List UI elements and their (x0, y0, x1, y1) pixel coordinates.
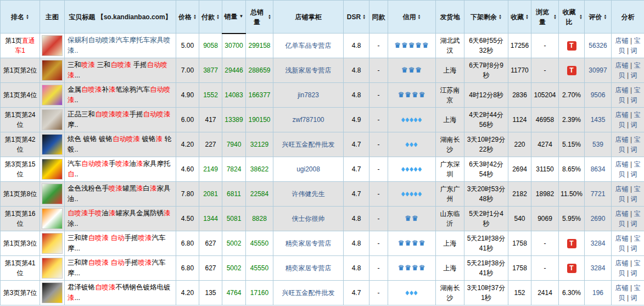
analysis-link-0[interactable]: 店铺 (615, 62, 629, 69)
sort-desc-icon[interactable]: ▼ (239, 14, 244, 19)
reviews-count-link[interactable]: 9506 (591, 91, 606, 99)
product-thumbnail[interactable] (42, 134, 63, 155)
analysis-link-2[interactable]: 词 (630, 294, 637, 302)
crown-icon: ♛ (408, 66, 416, 74)
column-header-0[interactable]: 排名▲▼ (1, 1, 40, 34)
shop-name-link[interactable]: jin7823 (298, 91, 319, 99)
sort-both-icon[interactable]: ▲▼ (26, 14, 29, 20)
product-title-link[interactable]: 三和牌自喷漆 自动手摇喷漆汽车摩... (68, 234, 165, 252)
product-title-link[interactable]: 三和喷漆 三和自喷漆 手摇自动喷漆... (68, 61, 167, 79)
reviews-count-link[interactable]: 539 (592, 141, 603, 148)
reviews-count-link[interactable]: 196 (592, 289, 603, 297)
reviews-count-link[interactable]: 30997 (589, 66, 607, 74)
column-header-5[interactable]: 销量▼ (222, 1, 246, 34)
analysis-link-0[interactable]: 店铺 (615, 185, 629, 193)
reviews-count-link[interactable]: 56326 (589, 42, 607, 49)
product-title-link[interactable]: 金属自喷漆补漆笔涂鸦汽车自动喷漆.. (68, 86, 171, 104)
product-title-link[interactable]: 金色浅粉色手喷漆罐黑漆白漆家具油.. (68, 185, 171, 203)
text-segment: 涂.. (68, 220, 78, 227)
thumbnail-cell (40, 182, 65, 207)
product-thumbnail[interactable] (42, 208, 63, 229)
column-header-16[interactable]: 评价▲▼ (585, 1, 612, 34)
product-thumbnail[interactable] (42, 35, 63, 56)
analysis-link-0[interactable]: 店铺 (615, 259, 629, 267)
shop-name-link[interactable]: 兴旺五金配件批发 (282, 289, 335, 297)
analysis-link-2[interactable]: 词 (630, 269, 637, 277)
link-separator: | (629, 235, 634, 242)
link-separator: | (625, 71, 631, 79)
shop-name-link[interactable]: zwf787100 (292, 116, 324, 124)
product-thumbnail[interactable] (42, 109, 63, 130)
shop-name-link[interactable]: 亿单车品专营店 (285, 42, 332, 49)
reviews-count-link[interactable]: 2690 (591, 215, 606, 222)
column-header-6[interactable]: 总销量▲▼ (246, 1, 273, 34)
column-header-3[interactable]: 价格▲▼ (176, 1, 199, 34)
analysis-link-0[interactable]: 店铺 (615, 37, 629, 44)
product-title-link[interactable]: 炫色 镀铬 镀铬自动喷漆 镀铬漆 轮毂.. (68, 135, 171, 153)
shop-name-link[interactable]: 许伟健先生 (292, 190, 325, 198)
favorite-ratio-cell: 2.39% (559, 108, 585, 132)
reviews-count-link[interactable]: 3284 (591, 240, 606, 247)
product-thumbnail[interactable] (42, 282, 63, 303)
column-header-4[interactable]: 付款▲▼ (199, 1, 222, 34)
column-header-8[interactable]: DSR▲▼ (344, 1, 369, 34)
product-title-link[interactable]: 君泽镀铬自喷漆不锈钢色镀烙电镀漆... (68, 283, 171, 302)
column-header-15[interactable]: 收藏比▲▼ (559, 1, 585, 34)
reviews-count-link[interactable]: 3284 (591, 264, 606, 272)
product-title-link[interactable]: 自喷漆手喷油漆罐家具金属防锈漆涂.. (68, 209, 171, 227)
analysis-link-0[interactable]: 店铺 (615, 210, 629, 218)
column-header-14[interactable]: 浏览量▲▼ (531, 1, 559, 34)
analysis-link-0[interactable]: 店铺 (615, 235, 629, 242)
analysis-link-0[interactable]: 店铺 (615, 160, 629, 168)
crown-icon: ♛ (415, 66, 422, 74)
sort-both-icon[interactable]: ▲▼ (579, 14, 583, 20)
table-row: 第1页第2位三和喷漆 三和自喷漆 手摇自动喷漆...7.003877294462… (1, 58, 644, 83)
sort-both-icon[interactable]: ▲▼ (553, 14, 557, 20)
sort-both-icon[interactable]: ▲▼ (499, 14, 502, 20)
sort-both-icon[interactable]: ▲▼ (604, 14, 607, 20)
analysis-link-2[interactable]: 词 (630, 71, 637, 79)
column-header-12[interactable]: 下架剩余▲▼ (464, 1, 508, 34)
analysis-link-0[interactable]: 店铺 (615, 284, 629, 292)
reviews-count-link[interactable]: 8634 (591, 165, 606, 173)
column-header-9: 同款 (369, 1, 388, 34)
reviews-count-link[interactable]: 7721 (591, 190, 606, 198)
reviews-count-link[interactable]: 1435 (591, 116, 606, 124)
analysis-link-2[interactable]: 词 (630, 170, 637, 178)
sort-both-icon[interactable]: ▲▼ (362, 14, 366, 20)
shop-name-link[interactable]: 侠士你很帅 (292, 215, 325, 222)
sort-both-icon[interactable]: ▲▼ (216, 14, 220, 20)
column-header-10[interactable]: 信用▲▼ (388, 1, 436, 34)
product-title-link[interactable]: 汽车自动喷漆手喷漆油漆家具摩托自.. (68, 160, 171, 178)
product-title-link[interactable]: 三和牌自喷漆 自动手摇喷漆汽车摩... (68, 259, 165, 277)
shop-name-link[interactable]: 兴旺五金配件批发 (282, 141, 335, 148)
shop-name-link[interactable]: 精奕家居专营店 (285, 240, 332, 247)
analysis-link-2[interactable]: 词 (630, 121, 637, 129)
analysis-link-2[interactable]: 词 (630, 47, 637, 54)
sort-both-icon[interactable]: ▲▼ (193, 14, 197, 20)
product-title-link[interactable]: 保赐利自动喷漆汽车摩托车家具喷漆.. (68, 36, 171, 54)
shop-name-link[interactable]: ugi2008 (296, 165, 320, 173)
product-thumbnail[interactable] (42, 258, 63, 279)
sort-both-icon[interactable]: ▲▼ (525, 14, 529, 20)
product-thumbnail[interactable] (42, 85, 63, 105)
analysis-link-2[interactable]: 词 (630, 96, 637, 104)
product-title-link[interactable]: 正品三和自喷漆喷漆手摇自动喷漆摩.. (68, 110, 171, 129)
analysis-link-2[interactable]: 词 (630, 146, 637, 153)
shop-name-link[interactable]: 浅新家居专营店 (285, 66, 332, 74)
product-thumbnail[interactable] (42, 60, 63, 81)
product-thumbnail[interactable] (42, 159, 63, 180)
rank-cell: 第1页第24位 (1, 108, 40, 132)
sort-both-icon[interactable]: ▲▼ (418, 14, 421, 20)
sort-both-icon[interactable]: ▲▼ (268, 14, 271, 20)
analysis-link-0[interactable]: 店铺 (615, 86, 629, 94)
column-header-13[interactable]: 收藏▲▼ (508, 1, 531, 34)
product-thumbnail[interactable] (42, 233, 63, 254)
analysis-link-2[interactable]: 词 (630, 220, 637, 227)
analysis-link-0[interactable]: 店铺 (615, 136, 629, 143)
analysis-link-2[interactable]: 词 (630, 195, 637, 203)
analysis-link-2[interactable]: 词 (630, 244, 637, 252)
analysis-link-0[interactable]: 店铺 (615, 111, 629, 119)
shop-name-link[interactable]: 精奕家居专营店 (285, 264, 332, 272)
product-thumbnail[interactable] (42, 183, 63, 204)
